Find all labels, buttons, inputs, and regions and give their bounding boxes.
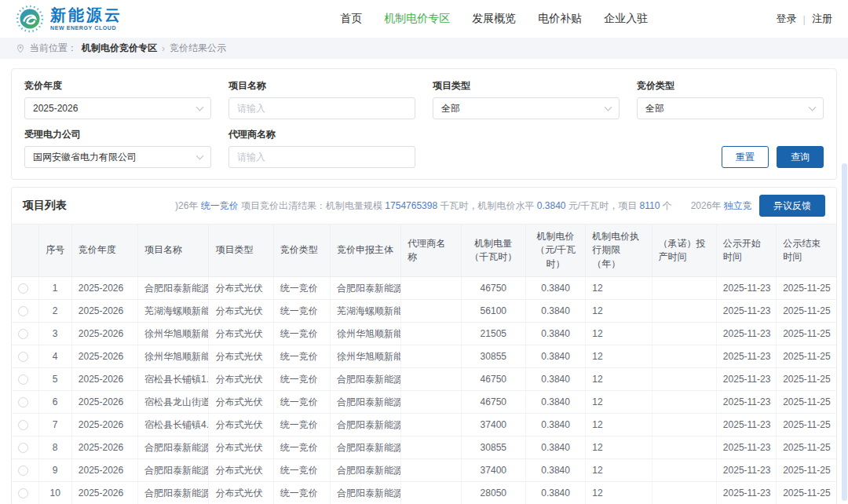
breadcrumb-section[interactable]: 机制电价竞价专区	[82, 42, 157, 55]
cell-agent	[401, 436, 461, 459]
app-header: 新能源云 NEW ENERGY CLOUD 首页机制电价专区发展概览电价补贴企业…	[0, 0, 848, 38]
filter-label: 竞价类型	[637, 79, 824, 93]
cell-ptype: 分布式光伏	[209, 436, 273, 459]
row-radio[interactable]	[18, 443, 28, 453]
cell-energy: 30855	[461, 345, 525, 368]
location-pin-icon	[16, 44, 25, 53]
filter-select[interactable]: 全部	[637, 97, 824, 119]
cell-energy: 30855	[461, 436, 525, 459]
filter-field-3: 项目类型全部	[433, 75, 620, 119]
nav-item-1[interactable]: 首页	[340, 12, 362, 26]
cell-commitment	[652, 391, 716, 414]
cell-subject: 芜湖海螺顺新能...	[331, 300, 401, 323]
cell-project: 合肥阳泰新能源...	[138, 277, 209, 300]
filter-select[interactable]: 2025-2026	[24, 97, 211, 119]
cell-select	[12, 277, 38, 300]
cell-energy: 37400	[461, 459, 525, 482]
chevron-down-icon	[809, 104, 817, 111]
clearing-announcement: )26年 统一竞价 项目竞价出清结果：机制电量规模 1754765398 千瓦时…	[175, 199, 751, 213]
cell-term: 12	[586, 459, 652, 482]
nav-item-2[interactable]: 机制电价专区	[384, 12, 450, 26]
cell-select	[12, 436, 38, 459]
filter-select-value: 全部	[441, 102, 460, 115]
cell-btype: 统一竞价	[273, 459, 330, 482]
filter-field-2: 项目名称	[228, 75, 415, 119]
login-link[interactable]: 登录	[777, 12, 797, 26]
nav-item-4[interactable]: 电价补贴	[538, 12, 582, 26]
row-radio[interactable]	[18, 488, 28, 499]
cell-start: 2025-11-23	[716, 368, 776, 391]
cell-subject: 徐州华旭顺新能...	[331, 345, 401, 368]
column-header: （承诺）投产时间	[652, 225, 716, 277]
cell-agent	[401, 300, 461, 323]
filter-label: 项目类型	[433, 79, 620, 93]
column-header: 机制电量（千瓦时）	[461, 225, 525, 277]
cell-year: 2025-2026	[71, 323, 137, 345]
cell-btype: 统一竞价	[273, 436, 330, 459]
reset-button[interactable]: 重置	[722, 146, 769, 168]
row-radio[interactable]	[18, 306, 28, 316]
breadcrumb-separator: ›	[162, 43, 165, 54]
filter-panel: 竞价年度2025-2026项目名称项目类型全部竞价类型全部受理电力公司国网安徽省…	[11, 68, 837, 180]
table-row: 62025-2026宿松县龙山街道...分布式光伏统一竞价合肥阳泰新能源...4…	[12, 391, 836, 414]
cell-select	[12, 459, 38, 482]
cell-project: 徐州华旭顺新能...	[138, 345, 209, 368]
cell-price: 0.3840	[525, 277, 585, 300]
filter-select[interactable]: 全部	[433, 97, 620, 119]
cell-ptype: 分布式光伏	[209, 323, 273, 345]
cell-subject: 合肥阳泰新能源...	[331, 459, 401, 482]
row-radio[interactable]	[18, 352, 28, 362]
register-link[interactable]: 注册	[812, 12, 832, 26]
cell-agent	[401, 482, 461, 504]
cell-ptype: 分布式光伏	[209, 300, 273, 323]
cell-select	[12, 345, 38, 368]
cell-index: 2	[38, 300, 71, 323]
cell-commitment	[652, 368, 716, 391]
announcement-segment: 千瓦时，机制电价水平	[437, 200, 537, 211]
cell-agent	[401, 323, 461, 345]
cell-btype: 统一竞价	[273, 300, 330, 323]
cell-btype: 统一竞价	[273, 391, 330, 414]
cell-end: 2025-11-25	[777, 368, 836, 391]
cell-subject: 合肥阳泰新能源...	[331, 391, 401, 414]
brand[interactable]: 新能源云 NEW ENERGY CLOUD	[16, 5, 212, 33]
row-radio[interactable]	[18, 397, 28, 407]
scrollbar-thumb[interactable]	[842, 163, 847, 501]
cell-select	[12, 391, 38, 414]
filter-input[interactable]	[228, 97, 415, 119]
announcement-segment: 0.3840	[537, 200, 566, 211]
cell-index: 6	[38, 391, 71, 414]
cell-term: 12	[586, 436, 652, 459]
cell-term: 12	[586, 300, 652, 323]
feedback-button[interactable]: 异议反馈	[759, 195, 825, 217]
cell-term: 12	[586, 368, 652, 391]
breadcrumb-prefix: 当前位置：	[30, 42, 77, 55]
table-row: 42025-2026徐州华旭顺新能...分布式光伏统一竞价徐州华旭顺新能...3…	[12, 345, 836, 368]
filter-select-value: 全部	[645, 102, 664, 115]
cell-btype: 统一竞价	[273, 277, 330, 300]
row-radio[interactable]	[18, 283, 28, 294]
filter-input[interactable]	[228, 146, 415, 168]
row-radio[interactable]	[18, 466, 28, 476]
table-row: 32025-2026徐州华旭顺新能...分布式光伏统一竞价徐州华旭顺新能...2…	[12, 323, 836, 345]
cell-subject: 合肥阳泰新能源...	[331, 368, 401, 391]
cell-energy: 46750	[461, 391, 525, 414]
column-header: 序号	[38, 225, 71, 277]
nav-item-5[interactable]: 企业入驻	[604, 12, 648, 26]
announcement-segment: 8110	[640, 200, 660, 211]
search-button[interactable]: 查询	[777, 146, 824, 168]
cell-start: 2025-11-23	[716, 459, 776, 482]
announcement-segment: 个	[660, 200, 671, 211]
cell-price: 0.3840	[525, 414, 585, 436]
filter-select[interactable]: 国网安徽省电力有限公司	[24, 146, 211, 168]
project-table: 序号竞价年度项目名称项目类型竞价类型竞价申报主体代理商名称机制电量（千瓦时）机制…	[12, 224, 836, 504]
row-radio[interactable]	[18, 329, 28, 339]
nav-item-3[interactable]: 发展概览	[472, 12, 516, 26]
row-radio[interactable]	[18, 420, 28, 430]
column-header: 机制电价执行期限（年）	[586, 225, 652, 277]
column-header: 公示结束时间	[777, 225, 836, 277]
row-radio[interactable]	[18, 374, 28, 385]
cell-subject: 合肥阳泰新能源...	[331, 482, 401, 504]
cell-energy: 46750	[461, 368, 525, 391]
filter-label: 竞价年度	[24, 79, 211, 93]
